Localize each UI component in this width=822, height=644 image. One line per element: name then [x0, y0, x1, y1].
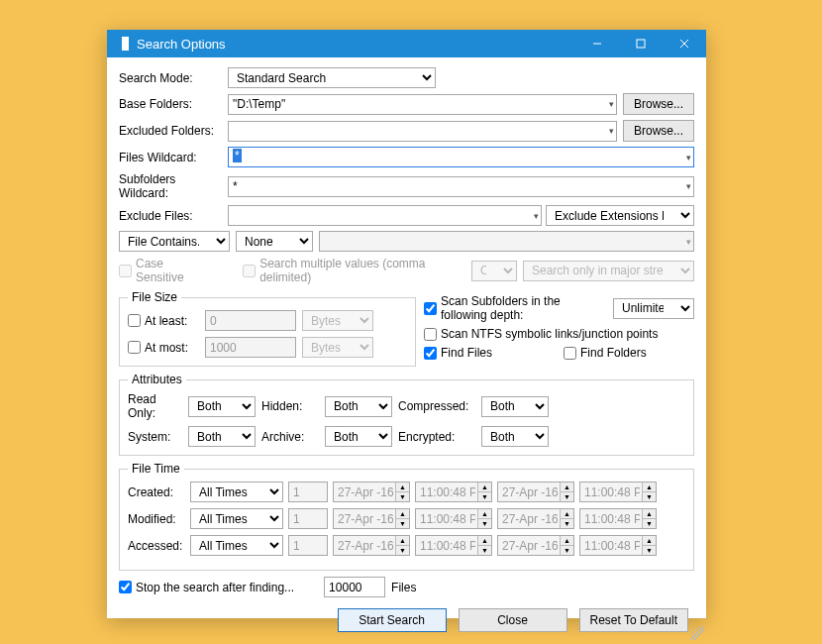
close-button[interactable] [663, 30, 706, 57]
search-options-window: Search Options Search Mode: Standard Sea… [107, 30, 706, 618]
spinner-buttons: ▲▼ [560, 509, 573, 528]
archive-select[interactable]: Both [325, 426, 392, 447]
chevron-up-icon: ▲ [395, 509, 409, 519]
chevron-down-icon: ▼ [395, 519, 409, 528]
maximize-icon [636, 39, 646, 49]
at-least-checkbox[interactable]: At least: [128, 314, 199, 328]
search-mode-select[interactable]: Standard Search [228, 67, 436, 88]
chevron-down-icon: ▼ [560, 546, 573, 555]
system-label: System: [128, 430, 182, 444]
file-time-group: File Time Created:All Times▲▼▲▼▲▼▲▼Modif… [119, 462, 694, 571]
hidden-select[interactable]: Both [325, 396, 392, 417]
file-size-legend: File Size [128, 290, 181, 304]
compressed-select[interactable]: Both [481, 396, 549, 417]
scan-subfolders-checkbox[interactable]: Scan Subfolders in the following depth: [424, 294, 607, 322]
contains-mode-select[interactable]: None [236, 231, 313, 252]
file-time-legend: File Time [128, 462, 184, 476]
excluded-folders-input[interactable] [228, 121, 617, 142]
search-mode-label: Search Mode: [119, 71, 228, 85]
created-label: Created: [128, 485, 185, 499]
excluded-folders-browse-button[interactable]: Browse... [623, 120, 694, 142]
file-contains-select[interactable]: File Contains... [119, 231, 230, 252]
exclude-files-label: Exclude Files: [119, 209, 228, 223]
base-folders-label: Base Folders: [119, 97, 228, 111]
exclude-extensions-select[interactable]: Exclude Extensions List [546, 205, 694, 226]
chevron-up-icon: ▲ [477, 509, 491, 519]
chevron-up-icon: ▲ [395, 536, 409, 546]
chevron-up-icon: ▲ [642, 483, 656, 492]
encrypted-label: Encrypted: [398, 430, 475, 444]
encrypted-select[interactable]: Both [481, 426, 549, 447]
chevron-down-icon: ▼ [477, 492, 491, 501]
hidden-label: Hidden: [261, 399, 319, 413]
or-and-select: Or [471, 261, 517, 281]
minimize-button[interactable] [575, 30, 619, 57]
spinner-buttons: ▲▼ [560, 536, 573, 555]
attributes-group: Attributes Read Only: Both Hidden: Both … [119, 373, 694, 456]
created-mode-select[interactable]: All Times [190, 482, 283, 502]
base-folders-input[interactable] [228, 94, 617, 115]
maximize-button[interactable] [619, 30, 663, 57]
minimize-icon [592, 39, 602, 49]
chevron-down-icon: ▼ [642, 492, 656, 501]
chevron-down-icon: ▼ [642, 546, 656, 555]
attributes-legend: Attributes [128, 373, 186, 386]
chevron-up-icon: ▲ [395, 483, 409, 492]
modified-mode-select[interactable]: All Times [190, 508, 283, 529]
close-icon [679, 39, 689, 49]
stop-after-checkbox[interactable]: Stop the search after finding... [119, 581, 294, 594]
chevron-down-icon: ▼ [477, 519, 491, 528]
chevron-up-icon: ▲ [477, 536, 491, 546]
window-title: Search Options [137, 37, 575, 52]
stop-after-count-input[interactable] [324, 577, 385, 597]
chevron-up-icon: ▲ [642, 509, 656, 519]
at-most-input [205, 337, 296, 358]
modified-count-input [288, 508, 328, 529]
multi-values-checkbox: Search multiple values (comma delimited) [243, 257, 458, 284]
app-icon [115, 37, 129, 51]
spinner-buttons: ▲▼ [642, 483, 656, 501]
at-most-checkbox[interactable]: At most: [128, 341, 199, 355]
resize-grip[interactable] [690, 626, 704, 640]
compressed-label: Compressed: [398, 399, 475, 413]
spinner-buttons: ▲▼ [477, 509, 491, 528]
chevron-up-icon: ▲ [477, 483, 491, 492]
svg-rect-1 [637, 40, 645, 48]
accessed-label: Accessed: [128, 539, 185, 553]
archive-label: Archive: [261, 430, 319, 444]
close-dialog-button[interactable]: Close [459, 608, 567, 632]
accessed-mode-select[interactable]: All Times [190, 535, 283, 556]
chevron-up-icon: ▲ [560, 509, 573, 519]
chevron-down-icon: ▼ [560, 519, 573, 528]
files-wildcard-input[interactable] [228, 147, 694, 167]
chevron-down-icon: ▼ [560, 492, 573, 501]
files-suffix-label: Files [391, 581, 416, 594]
file-size-group: File Size At least: Bytes At most: Bytes [119, 290, 416, 367]
at-most-unit-select: Bytes [302, 337, 373, 358]
find-folders-checkbox[interactable]: Find Folders [564, 346, 647, 360]
readonly-select[interactable]: Both [188, 396, 256, 417]
reset-default-button[interactable]: Reset To Default [579, 608, 689, 632]
spinner-buttons: ▲▼ [477, 536, 491, 555]
chevron-down-icon: ▼ [395, 546, 409, 555]
spinner-buttons: ▲▼ [560, 483, 573, 501]
major-streams-select: Search only in major stre [523, 261, 694, 281]
files-wildcard-value: * [233, 149, 242, 162]
system-select[interactable]: Both [188, 426, 256, 447]
contains-text-input [319, 231, 694, 252]
at-least-input [205, 310, 296, 331]
chevron-down-icon: ▼ [642, 519, 656, 528]
base-folders-browse-button[interactable]: Browse... [623, 93, 694, 115]
subfolders-wildcard-label: Subfolders Wildcard: [119, 172, 228, 200]
exclude-files-input[interactable] [228, 205, 542, 226]
content-area: Search Mode: Standard Search Base Folder… [107, 57, 706, 642]
depth-select[interactable]: Unlimited [613, 298, 694, 319]
start-search-button[interactable]: Start Search [338, 608, 447, 632]
titlebar[interactable]: Search Options [107, 30, 706, 57]
subfolders-wildcard-input[interactable] [228, 176, 694, 197]
find-files-checkbox[interactable]: Find Files [424, 346, 492, 360]
files-wildcard-label: Files Wildcard: [119, 151, 228, 164]
scan-ntfs-checkbox[interactable]: Scan NTFS symbolic links/junction points [424, 327, 658, 341]
spinner-buttons: ▲▼ [395, 536, 409, 555]
readonly-label: Read Only: [128, 392, 182, 420]
